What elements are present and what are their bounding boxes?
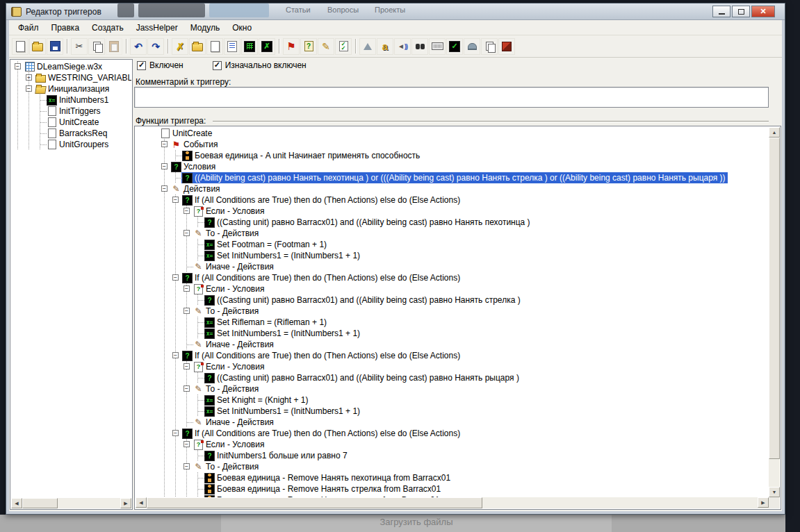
tree-row[interactable]: InitNumbers1	[13, 94, 131, 106]
scrollbar-track[interactable]	[22, 498, 120, 508]
scrollbar-track[interactable]	[147, 497, 758, 508]
new-file-button[interactable]	[12, 38, 28, 55]
close-button[interactable]: ✕	[751, 6, 775, 17]
tree-row[interactable]: UnitCreate	[13, 117, 131, 128]
enabled-checkbox[interactable]: Включен	[137, 60, 183, 70]
tree-row[interactable]: Set InitNumbers1 = (InitNumbers1 + 1)	[159, 406, 769, 417]
tree-row[interactable]: BarracksReq	[13, 128, 131, 139]
menu-окно[interactable]: Окно	[226, 21, 258, 35]
variable-editor-button[interactable]	[259, 38, 275, 55]
collapse-icon[interactable]: −	[183, 285, 190, 292]
collapse-icon[interactable]: −	[183, 463, 190, 469]
scroll-up-button[interactable]: ▲	[769, 127, 780, 138]
tree-row[interactable]: −If (All Conditions are True) then do (T…	[159, 194, 769, 206]
collapse-icon[interactable]: −	[183, 363, 190, 369]
initially-on-checkbox[interactable]: Изначально включен	[213, 60, 307, 70]
cut-button[interactable]	[71, 38, 88, 55]
new-condition-button[interactable]	[300, 38, 317, 55]
tree-row[interactable]: InitTriggers	[13, 106, 131, 117]
tree-row[interactable]: Set InitNumbers1 = (InitNumbers1 + 1)	[159, 250, 769, 261]
new-action-button[interactable]	[318, 38, 334, 55]
scrollbar-thumb[interactable]	[769, 138, 780, 459]
tree-row[interactable]: Боевая единица - A unit Начинает применя…	[159, 150, 769, 161]
tree-row[interactable]: ((Ability being cast) равно Нанять пехот…	[159, 172, 769, 183]
comment-input[interactable]	[134, 87, 769, 108]
tree-row[interactable]: −То - Действия	[159, 306, 769, 317]
tree-row[interactable]: UnitGroupers	[13, 139, 131, 150]
tree-row[interactable]: Set InitNumbers1 = (InitNumbers1 + 1)	[159, 328, 769, 339]
tree-row[interactable]: Боевая единица - Remove Нанять пехотинца…	[159, 472, 769, 483]
sidebar-horizontal-scrollbar[interactable]: ◀ ▶	[11, 498, 131, 508]
tree-row[interactable]: −DLeamSiege.w3x	[13, 61, 131, 72]
open-map-button[interactable]	[29, 38, 46, 55]
tree-row[interactable]: Set Rifleman = (Rifleman + 1)	[159, 317, 769, 328]
new-category-button[interactable]	[189, 38, 206, 55]
redo-button[interactable]	[147, 38, 164, 55]
save-map-button[interactable]	[47, 38, 63, 55]
collapse-icon[interactable]: −	[15, 63, 21, 69]
scroll-right-button[interactable]: ▶	[758, 497, 769, 508]
tree-row[interactable]: ((Casting unit) равно Barracx01) and ((A…	[159, 372, 769, 383]
tree-row[interactable]: −Если - Условия	[159, 361, 769, 372]
collapse-icon[interactable]: −	[172, 430, 179, 436]
tree-row[interactable]: ((Casting unit) равно Barracx01) and ((A…	[159, 217, 769, 228]
copy-button[interactable]	[88, 38, 105, 55]
tree-row[interactable]: UnitCreate	[159, 128, 769, 139]
menu-jasshelper[interactable]: JassHelper	[130, 21, 184, 35]
maximize-button[interactable]	[732, 6, 750, 17]
tree-row[interactable]: −If (All Conditions are True) then do (T…	[159, 428, 769, 439]
scroll-down-button[interactable]: ▼	[769, 487, 780, 497]
shortcuts-button[interactable]	[429, 38, 446, 55]
text-editor-button[interactable]	[377, 38, 393, 55]
tree-row[interactable]: −Если - Условия	[159, 206, 769, 217]
export-script-button[interactable]	[481, 38, 498, 55]
find-button[interactable]	[411, 38, 428, 55]
collapse-icon[interactable]: −	[183, 441, 190, 447]
collapse-icon[interactable]: −	[161, 185, 168, 192]
paste-button[interactable]	[106, 38, 122, 55]
scrollbar-thumb[interactable]	[147, 497, 482, 508]
tree-row[interactable]: −То - Действия	[159, 383, 769, 394]
collapse-icon[interactable]: −	[183, 208, 190, 214]
collapse-icon[interactable]: −	[183, 308, 190, 314]
minimize-button[interactable]	[712, 6, 730, 17]
tree-row[interactable]: Иначе - Действия	[159, 261, 769, 272]
trigger-comment-button[interactable]	[224, 38, 240, 55]
module-button[interactable]	[498, 38, 515, 55]
title-bar[interactable]: Статьи Вопросы Проекты Редактор триггеро…	[6, 3, 785, 20]
vertical-scrollbar[interactable]: ▲ ▼	[769, 127, 780, 497]
menu-создать[interactable]: Создать	[85, 21, 130, 35]
collapse-icon[interactable]: −	[183, 385, 190, 392]
horizontal-scrollbar[interactable]: ◀ ▶	[136, 497, 769, 508]
collapse-icon[interactable]: −	[172, 274, 179, 281]
new-trigger-button[interactable]	[206, 38, 223, 55]
tree-row[interactable]: −Если - Условия	[159, 439, 769, 450]
tree-row[interactable]: ((Casting unit) равно Barracx01) and ((A…	[159, 294, 769, 306]
tree-row[interactable]: −События	[159, 139, 769, 150]
tree-row[interactable]: InitNumbers1 больше или равно 7	[159, 450, 769, 461]
menu-правка[interactable]: Правка	[45, 21, 86, 35]
collapse-icon[interactable]: −	[183, 230, 190, 236]
tree-row[interactable]: Set Knight = (Knight + 1)	[159, 394, 769, 406]
scroll-left-button[interactable]: ◀	[136, 497, 147, 508]
test-map-button[interactable]	[464, 38, 480, 55]
tree-row[interactable]: Иначе - Действия	[159, 339, 769, 350]
tree-row[interactable]: −Инициализация	[13, 83, 131, 94]
menu-модуль[interactable]: Модуль	[184, 21, 227, 35]
tree-row[interactable]: −Если - Условия	[159, 283, 769, 294]
tree-row[interactable]: −То - Действия	[159, 461, 769, 472]
tree-row[interactable]: −То - Действия	[159, 228, 769, 239]
tree-row[interactable]: Иначе - Действия	[159, 417, 769, 428]
tree-row[interactable]: −If (All Conditions are True) then do (T…	[159, 350, 769, 361]
delete-variable-button[interactable]	[172, 38, 188, 55]
collapse-icon[interactable]: −	[26, 85, 32, 92]
scroll-left-button[interactable]: ◀	[11, 498, 22, 508]
tree-row[interactable]: −If (All Conditions are True) then do (T…	[159, 272, 769, 283]
tree-row[interactable]: Боевая единица - Remove Нанять стрелка f…	[159, 483, 769, 494]
tree-row[interactable]: −Условия	[159, 161, 769, 172]
collapse-icon[interactable]: −	[172, 352, 179, 358]
tree-row[interactable]: +WESTRING_VARIABLESCA	[13, 72, 131, 83]
menu-файл[interactable]: Файл	[12, 21, 45, 35]
sound-editor-button[interactable]	[394, 38, 411, 55]
variables-button[interactable]	[241, 38, 258, 55]
